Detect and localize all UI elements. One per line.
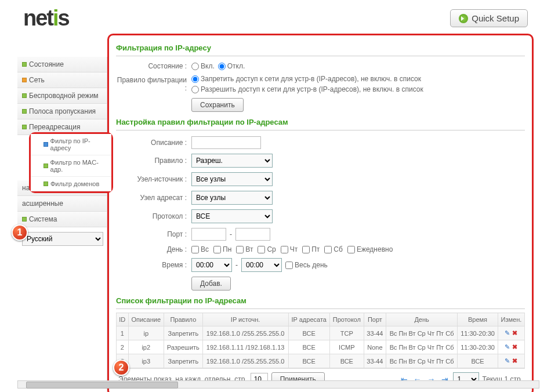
proto-select[interactable]: ВСЕ <box>191 209 273 223</box>
filter-table: IDОписаниеПравилоIP источн.IP адресатаПр… <box>116 313 525 368</box>
quick-setup-button[interactable]: Quick Setup <box>450 9 528 27</box>
main-highlight: Фильтрация по IP-адресу Состояние : Вкл.… <box>107 34 534 392</box>
proto-label: Протокол : <box>116 212 191 220</box>
days-group: Вс Пн Вт Ср Чт Пт Сб Ежедневно <box>191 245 525 253</box>
horizontal-scrollbar[interactable] <box>17 380 539 389</box>
allday-check[interactable]: Весь день <box>285 261 328 269</box>
section-title-list: Список фильтрации по IP-адресам <box>116 293 525 309</box>
port-from-input[interactable] <box>191 228 226 241</box>
state-off-radio[interactable]: Откл. <box>218 62 245 70</box>
play-icon <box>459 14 468 23</box>
annotation-badge-1: 1 <box>12 224 28 241</box>
table-row: 1ipЗапретить192.168.1.0 /255.255.255.0ВС… <box>117 326 525 340</box>
language-select[interactable]: Русский <box>22 232 103 246</box>
dst-select[interactable]: Все узлы <box>191 191 273 205</box>
edit-icon[interactable]: ✎ <box>505 329 510 336</box>
rule-allow-radio[interactable]: Разрешить доступ к сети для устр-в (IP-а… <box>191 85 423 93</box>
state-on-radio[interactable]: Вкл. <box>191 62 215 70</box>
submenu-highlight: Фильтр по IP-адресу Фильтр по MAC-адр. Ф… <box>29 132 113 193</box>
table-row: 2ip2Разрешить192.168.1.11 /192.168.1.13В… <box>117 340 525 354</box>
state-label: Состояние : <box>116 62 191 70</box>
rule-select[interactable]: Разреш. <box>191 154 273 168</box>
sidebar-item-advanced[interactable]: асширенные <box>17 196 107 212</box>
section-title-rules: Настройка правил фильтрации по IP-адреса… <box>116 114 525 130</box>
edit-icon[interactable]: ✎ <box>505 357 510 364</box>
delete-icon[interactable]: ✖ <box>512 357 517 364</box>
day-tue-check[interactable]: Вт <box>236 245 253 253</box>
port-label: Порт : <box>116 230 191 238</box>
logo: netis <box>23 6 69 31</box>
src-label: Узел-источник : <box>116 175 191 183</box>
day-wed-check[interactable]: Ср <box>258 245 276 253</box>
rule-deny-radio[interactable]: Запретить доступ к сети для устр-в (IP-а… <box>191 75 421 83</box>
sidebar-item-network[interactable]: Сеть <box>17 72 107 88</box>
sidebar-item-ip-filter[interactable]: Фильтр по IP-адресу <box>31 134 111 155</box>
sidebar-item-system[interactable]: Система <box>17 212 107 227</box>
dst-label: Узел адресат : <box>116 194 191 202</box>
rule-label: Правило : <box>116 157 191 165</box>
src-select[interactable]: Все узлы <box>191 172 273 186</box>
annotation-badge-2: 2 <box>113 360 129 376</box>
day-sat-check[interactable]: Сб <box>324 245 343 253</box>
time-label: Время : <box>116 261 191 269</box>
sidebar-item-wireless[interactable]: Беспроводной режим <box>17 88 107 104</box>
day-daily-check[interactable]: Ежедневно <box>347 245 393 253</box>
table-row: 3ip3Запретить192.168.1.0 /255.255.255.0В… <box>117 354 525 368</box>
add-button[interactable]: Добав. <box>191 277 231 291</box>
day-fri-check[interactable]: Пт <box>302 245 320 253</box>
time-from-select[interactable]: 00:00 <box>191 258 232 272</box>
filter-rule-label: Правило фильтрации : <box>116 76 191 92</box>
section-title-state: Фильтрация по IP-адресу <box>116 40 525 56</box>
delete-icon[interactable]: ✖ <box>512 343 517 350</box>
save-button[interactable]: Сохранить <box>191 98 244 112</box>
sidebar-item-bandwidth[interactable]: Полоса пропускания <box>17 104 107 119</box>
port-to-input[interactable] <box>235 228 270 241</box>
edit-icon[interactable]: ✎ <box>505 343 510 350</box>
desc-label: Описание : <box>116 139 191 147</box>
time-to-select[interactable]: 00:00 <box>241 258 282 272</box>
delete-icon[interactable]: ✖ <box>512 329 517 336</box>
day-mon-check[interactable]: Пн <box>213 245 231 253</box>
sidebar-item-mac-filter[interactable]: Фильтр по MAC-адр. <box>31 155 111 177</box>
desc-input[interactable] <box>191 136 261 149</box>
table-header: IDОписаниеПравилоIP источн.IP адресатаПр… <box>117 313 525 326</box>
sidebar-item-status[interactable]: Состояние <box>17 57 107 72</box>
day-sun-check[interactable]: Вс <box>191 245 209 253</box>
day-label: День : <box>116 245 191 253</box>
sidebar-item-domain-filter[interactable]: Фильтр доменов <box>31 177 111 191</box>
sidebar: Состояние Сеть Беспроводной режим Полоса… <box>17 57 107 392</box>
day-thu-check[interactable]: Чт <box>281 245 298 253</box>
